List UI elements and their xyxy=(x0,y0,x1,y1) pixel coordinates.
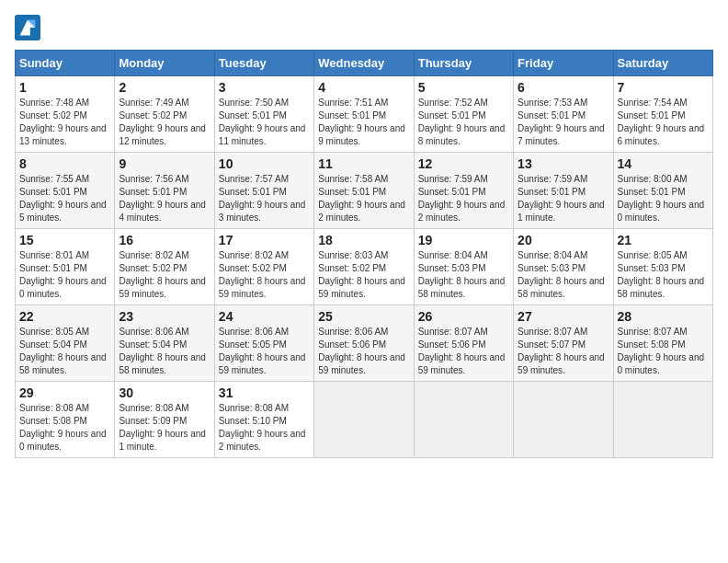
day-info: Sunrise: 7:57 AM Sunset: 5:01 PM Dayligh… xyxy=(219,173,310,224)
day-info: Sunrise: 7:50 AM Sunset: 5:01 PM Dayligh… xyxy=(219,97,310,148)
table-row: 22Sunrise: 8:05 AM Sunset: 5:04 PM Dayli… xyxy=(16,305,115,382)
day-number: 29 xyxy=(19,385,110,400)
day-info: Sunrise: 8:02 AM Sunset: 5:02 PM Dayligh… xyxy=(219,249,310,301)
day-number: 25 xyxy=(318,309,409,324)
table-row: 9Sunrise: 7:56 AM Sunset: 5:01 PM Daylig… xyxy=(115,153,214,229)
day-number: 18 xyxy=(318,233,409,247)
calendar-week-4: 29Sunrise: 8:08 AM Sunset: 5:08 PM Dayli… xyxy=(16,382,713,458)
day-info: Sunrise: 8:05 AM Sunset: 5:03 PM Dayligh… xyxy=(618,249,709,301)
day-info: Sunrise: 8:08 AM Sunset: 5:10 PM Dayligh… xyxy=(219,402,310,454)
day-info: Sunrise: 8:03 AM Sunset: 5:02 PM Dayligh… xyxy=(318,249,409,301)
header-sunday: Sunday xyxy=(16,51,115,76)
day-info: Sunrise: 8:04 AM Sunset: 5:03 PM Dayligh… xyxy=(418,249,509,301)
day-info: Sunrise: 7:58 AM Sunset: 5:01 PM Dayligh… xyxy=(318,173,409,224)
table-row: 25Sunrise: 8:06 AM Sunset: 5:06 PM Dayli… xyxy=(314,305,414,382)
day-number: 6 xyxy=(518,80,609,95)
day-number: 5 xyxy=(418,80,509,95)
day-number: 11 xyxy=(318,156,409,171)
day-number: 8 xyxy=(19,156,110,171)
table-row: 15Sunrise: 8:01 AM Sunset: 5:01 PM Dayli… xyxy=(16,229,115,305)
day-info: Sunrise: 7:51 AM Sunset: 5:01 PM Dayligh… xyxy=(318,97,409,148)
calendar-week-3: 22Sunrise: 8:05 AM Sunset: 5:04 PM Dayli… xyxy=(16,305,713,382)
day-number: 13 xyxy=(518,156,609,171)
day-number: 21 xyxy=(618,233,709,247)
table-row: 7Sunrise: 7:54 AM Sunset: 5:01 PM Daylig… xyxy=(613,76,712,153)
logo-icon xyxy=(15,15,40,40)
table-row: 4Sunrise: 7:51 AM Sunset: 5:01 PM Daylig… xyxy=(314,76,414,153)
table-row: 30Sunrise: 8:08 AM Sunset: 5:09 PM Dayli… xyxy=(115,382,214,458)
day-info: Sunrise: 7:59 AM Sunset: 5:01 PM Dayligh… xyxy=(418,173,509,224)
table-row: 24Sunrise: 8:06 AM Sunset: 5:05 PM Dayli… xyxy=(214,305,313,382)
day-number: 1 xyxy=(19,80,110,95)
day-info: Sunrise: 7:52 AM Sunset: 5:01 PM Dayligh… xyxy=(418,97,509,148)
day-number: 22 xyxy=(19,309,110,324)
day-number: 2 xyxy=(119,80,210,95)
day-info: Sunrise: 8:05 AM Sunset: 5:04 PM Dayligh… xyxy=(19,326,110,377)
day-info: Sunrise: 8:08 AM Sunset: 5:08 PM Dayligh… xyxy=(19,402,110,454)
day-info: Sunrise: 8:07 AM Sunset: 5:08 PM Dayligh… xyxy=(618,326,709,377)
header-thursday: Thursday xyxy=(414,51,513,76)
calendar-week-1: 8Sunrise: 7:55 AM Sunset: 5:01 PM Daylig… xyxy=(16,153,713,229)
day-number: 26 xyxy=(418,309,509,324)
table-row: 11Sunrise: 7:58 AM Sunset: 5:01 PM Dayli… xyxy=(314,153,414,229)
day-number: 12 xyxy=(418,156,509,171)
day-info: Sunrise: 8:01 AM Sunset: 5:01 PM Dayligh… xyxy=(19,249,110,301)
day-number: 9 xyxy=(119,156,210,171)
table-row: 27Sunrise: 8:07 AM Sunset: 5:07 PM Dayli… xyxy=(514,305,613,382)
table-row: 6Sunrise: 7:53 AM Sunset: 5:01 PM Daylig… xyxy=(514,76,613,153)
day-info: Sunrise: 8:04 AM Sunset: 5:03 PM Dayligh… xyxy=(518,249,609,301)
table-row: 2Sunrise: 7:49 AM Sunset: 5:02 PM Daylig… xyxy=(115,76,214,153)
day-info: Sunrise: 7:53 AM Sunset: 5:01 PM Dayligh… xyxy=(518,97,609,148)
day-number: 30 xyxy=(119,385,210,400)
header-wednesday: Wednesday xyxy=(314,51,414,76)
table-row: 19Sunrise: 8:04 AM Sunset: 5:03 PM Dayli… xyxy=(414,229,513,305)
day-number: 16 xyxy=(119,233,210,247)
table-row: 1Sunrise: 7:48 AM Sunset: 5:02 PM Daylig… xyxy=(16,76,115,153)
day-info: Sunrise: 7:48 AM Sunset: 5:02 PM Dayligh… xyxy=(19,97,110,148)
day-info: Sunrise: 7:56 AM Sunset: 5:01 PM Dayligh… xyxy=(119,173,210,224)
table-row: 3Sunrise: 7:50 AM Sunset: 5:01 PM Daylig… xyxy=(214,76,313,153)
table-row: 17Sunrise: 8:02 AM Sunset: 5:02 PM Dayli… xyxy=(214,229,313,305)
header-friday: Friday xyxy=(514,51,613,76)
table-row xyxy=(514,382,613,458)
day-number: 4 xyxy=(318,80,409,95)
table-row: 8Sunrise: 7:55 AM Sunset: 5:01 PM Daylig… xyxy=(16,153,115,229)
table-row: 23Sunrise: 8:06 AM Sunset: 5:04 PM Dayli… xyxy=(115,305,214,382)
day-number: 3 xyxy=(219,80,310,95)
table-row: 21Sunrise: 8:05 AM Sunset: 5:03 PM Dayli… xyxy=(613,229,712,305)
table-row: 12Sunrise: 7:59 AM Sunset: 5:01 PM Dayli… xyxy=(414,153,513,229)
day-info: Sunrise: 8:07 AM Sunset: 5:06 PM Dayligh… xyxy=(418,326,509,377)
day-number: 10 xyxy=(219,156,310,171)
logo xyxy=(15,15,44,40)
day-info: Sunrise: 7:54 AM Sunset: 5:01 PM Dayligh… xyxy=(618,97,709,148)
day-number: 14 xyxy=(618,156,709,171)
table-row xyxy=(613,382,712,458)
day-number: 7 xyxy=(618,80,709,95)
day-info: Sunrise: 8:06 AM Sunset: 5:05 PM Dayligh… xyxy=(219,326,310,377)
table-row: 14Sunrise: 8:00 AM Sunset: 5:01 PM Dayli… xyxy=(613,153,712,229)
header-row: SundayMondayTuesdayWednesdayThursdayFrid… xyxy=(16,51,713,76)
day-number: 27 xyxy=(518,309,609,324)
day-info: Sunrise: 8:08 AM Sunset: 5:09 PM Dayligh… xyxy=(119,402,210,454)
calendar-week-0: 1Sunrise: 7:48 AM Sunset: 5:02 PM Daylig… xyxy=(16,76,713,153)
day-number: 17 xyxy=(219,233,310,247)
header-tuesday: Tuesday xyxy=(214,51,313,76)
table-row: 28Sunrise: 8:07 AM Sunset: 5:08 PM Dayli… xyxy=(613,305,712,382)
day-info: Sunrise: 7:59 AM Sunset: 5:01 PM Dayligh… xyxy=(518,173,609,224)
day-number: 31 xyxy=(219,385,310,400)
table-row: 26Sunrise: 8:07 AM Sunset: 5:06 PM Dayli… xyxy=(414,305,513,382)
day-info: Sunrise: 8:06 AM Sunset: 5:04 PM Dayligh… xyxy=(119,326,210,377)
table-row xyxy=(314,382,414,458)
day-number: 28 xyxy=(618,309,709,324)
day-info: Sunrise: 8:06 AM Sunset: 5:06 PM Dayligh… xyxy=(318,326,409,377)
day-number: 19 xyxy=(418,233,509,247)
header-saturday: Saturday xyxy=(613,51,712,76)
header-monday: Monday xyxy=(115,51,214,76)
day-info: Sunrise: 8:00 AM Sunset: 5:01 PM Dayligh… xyxy=(618,173,709,224)
calendar-week-2: 15Sunrise: 8:01 AM Sunset: 5:01 PM Dayli… xyxy=(16,229,713,305)
page-header xyxy=(15,15,713,40)
table-row: 10Sunrise: 7:57 AM Sunset: 5:01 PM Dayli… xyxy=(214,153,313,229)
day-number: 24 xyxy=(219,309,310,324)
table-row: 5Sunrise: 7:52 AM Sunset: 5:01 PM Daylig… xyxy=(414,76,513,153)
table-row: 18Sunrise: 8:03 AM Sunset: 5:02 PM Dayli… xyxy=(314,229,414,305)
